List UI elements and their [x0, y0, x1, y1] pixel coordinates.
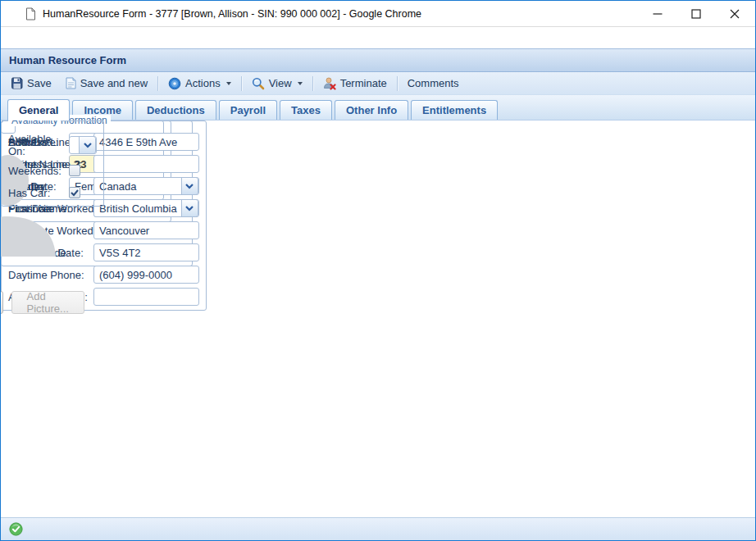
address-line-1-field[interactable]: 4346 E 59th Ave — [93, 133, 199, 151]
toolbar-separator — [157, 76, 158, 91]
minimize-button[interactable] — [638, 1, 676, 26]
comments-button[interactable]: Comments — [401, 75, 466, 92]
page-title: Human Resource Form — [9, 54, 126, 66]
minimize-icon — [653, 9, 663, 19]
save-and-new-button[interactable]: Save and new — [58, 75, 154, 92]
document-icon — [25, 7, 36, 20]
chevron-down-icon[interactable] — [181, 177, 198, 195]
check-icon — [71, 189, 79, 197]
daytime-phone-label: Daytime Phone: — [8, 269, 93, 281]
actions-button[interactable]: Actions — [162, 75, 238, 93]
add-picture-button: Add Picture... — [11, 291, 84, 314]
tab-payroll[interactable]: Payroll — [219, 100, 277, 120]
postal-code-field[interactable]: V5S 4T2 — [93, 243, 199, 261]
toolbar-separator — [397, 76, 398, 91]
close-button[interactable] — [715, 1, 754, 26]
window-controls — [638, 1, 754, 26]
chevron-down-icon — [226, 82, 231, 85]
actions-icon — [168, 77, 181, 90]
window-title: HumanResource Form - 3777 [Brown, Alliso… — [43, 8, 638, 20]
city-field[interactable]: Vancouver — [93, 221, 199, 239]
close-icon — [730, 9, 740, 19]
view-label: View — [269, 77, 292, 89]
terminate-label: Terminate — [340, 77, 387, 89]
has-car-label: Has Car: — [8, 187, 69, 199]
tab-entitlements[interactable]: Entitlements — [411, 100, 498, 120]
tab-general-label: General — [19, 104, 58, 116]
remove-picture-button[interactable]: Remove Picture — [0, 291, 3, 314]
chevron-down-icon[interactable] — [181, 199, 198, 217]
terminate-button[interactable]: Terminate — [317, 75, 394, 93]
daytime-phone-field[interactable]: (604) 999-0000 — [93, 266, 199, 284]
browser-strip — [1, 27, 755, 48]
maximize-icon — [691, 9, 701, 19]
availability-fieldset: Availability Available On: Weekends: — [1, 120, 104, 207]
has-car-checkbox[interactable] — [69, 187, 80, 198]
tab-deductions[interactable]: Deductions — [135, 100, 216, 120]
tab-entitlements-label: Entitlements — [422, 104, 486, 116]
tab-general[interactable]: General — [7, 99, 70, 120]
toolbar-separator — [241, 76, 242, 91]
view-button[interactable]: View — [245, 75, 309, 93]
toolbar-separator — [312, 76, 313, 91]
status-bar — [1, 517, 755, 540]
app-window: HumanResource Form - 3777 [Brown, Alliso… — [0, 0, 756, 541]
tab-taxes-label: Taxes — [291, 104, 321, 116]
picture-buttons: Remove Picture Add Picture... — [2, 291, 15, 314]
weekends-label: Weekends: — [8, 165, 69, 177]
tab-other-info-label: Other Info — [346, 104, 397, 116]
tab-deductions-label: Deductions — [147, 104, 205, 116]
weekends-checkbox[interactable] — [69, 165, 80, 176]
form-header: Human Resource Form — [1, 48, 755, 72]
actions-label: Actions — [185, 77, 221, 89]
country-value: Canada — [99, 180, 137, 193]
save-button[interactable]: Save — [4, 75, 58, 92]
success-check-icon — [9, 522, 23, 536]
maximize-button[interactable] — [676, 1, 715, 26]
terminate-icon — [323, 77, 336, 90]
save-label: Save — [27, 77, 52, 89]
tab-payroll-label: Payroll — [230, 104, 266, 116]
available-on-dropdown[interactable] — [69, 136, 97, 154]
save-new-icon — [65, 77, 76, 89]
chevron-down-icon — [298, 82, 303, 85]
alternate-phone-field[interactable] — [93, 288, 199, 306]
tab-strip: General Income Deductions Payroll Taxes … — [1, 94, 755, 120]
comments-label: Comments — [408, 77, 459, 89]
province-value: British Columbia — [99, 202, 177, 215]
toolbar: Save Save and new Actions — [1, 72, 755, 94]
view-icon — [252, 77, 265, 90]
country-dropdown[interactable]: Canada — [93, 177, 199, 195]
tab-taxes[interactable]: Taxes — [280, 100, 332, 120]
address-line-2-field[interactable] — [93, 155, 199, 173]
available-on-label: Available On: — [8, 133, 69, 157]
save-and-new-label: Save and new — [80, 77, 148, 89]
tab-other-info[interactable]: Other Info — [335, 100, 408, 120]
general-tab-panel: Detail * SIN: 990 000 002 * First Name: … — [1, 120, 755, 517]
province-dropdown[interactable]: British Columbia — [93, 199, 199, 217]
titlebar: HumanResource Form - 3777 [Brown, Alliso… — [1, 1, 755, 27]
chevron-down-icon[interactable] — [79, 136, 96, 154]
save-icon — [11, 77, 23, 89]
